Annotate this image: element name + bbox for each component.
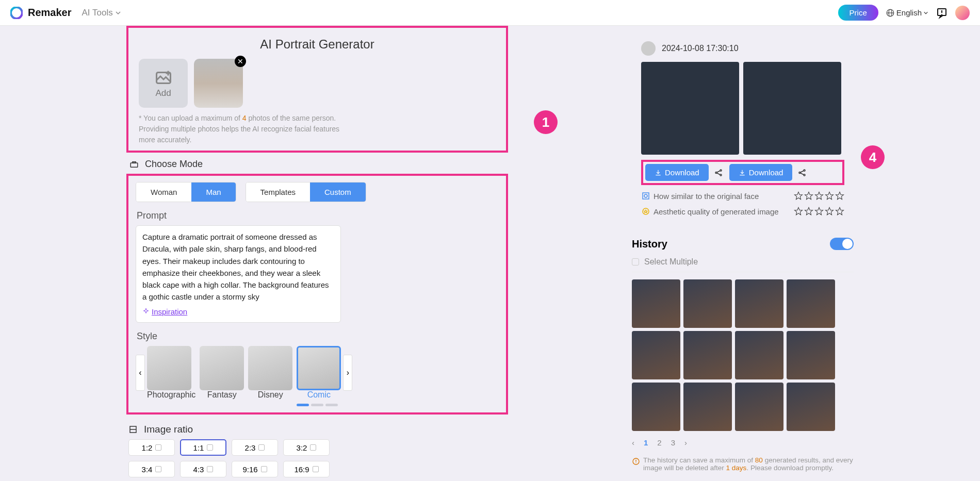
uploaded-photo[interactable]: ✕	[194, 59, 243, 108]
history-item[interactable]	[787, 383, 835, 431]
star-icon	[814, 191, 824, 201]
svg-rect-10	[130, 163, 138, 167]
similar-label: How similar to the original face	[654, 192, 759, 201]
ratio-16-9[interactable]: 16:9	[283, 461, 330, 477]
page-3[interactable]: 3	[671, 438, 675, 447]
generated-image-2[interactable]	[743, 62, 841, 155]
style-disney[interactable]: Disney	[248, 346, 292, 400]
history-toggle[interactable]	[830, 238, 854, 250]
mode-woman[interactable]: Woman	[136, 183, 191, 202]
face-scan-icon	[641, 191, 650, 201]
page-1[interactable]: 1	[644, 438, 648, 447]
star-icon	[835, 207, 844, 216]
ratio-4-3[interactable]: 4:3	[180, 461, 226, 477]
quality-icon	[641, 207, 650, 216]
chevron-down-icon	[923, 10, 928, 15]
mode-man[interactable]: Man	[191, 183, 235, 202]
ai-tools-dropdown[interactable]: AI Tools	[82, 8, 121, 18]
pagination: ‹ 1 2 3 ›	[632, 438, 854, 447]
history-item[interactable]	[632, 383, 680, 431]
language-selector[interactable]: English	[886, 8, 928, 18]
ratio-3-4[interactable]: 3:4	[128, 461, 175, 477]
mode-custom[interactable]: Custom	[310, 183, 366, 202]
settings-section: Woman Man Templates Custom Prompt Captur…	[126, 174, 508, 414]
page-title: AI Portrait Generator	[136, 37, 499, 52]
generated-image-1[interactable]	[641, 62, 739, 155]
star-icon	[794, 207, 803, 216]
svg-point-25	[644, 194, 647, 197]
page-prev[interactable]: ‹	[632, 438, 634, 447]
style-prev-button[interactable]: ‹	[136, 355, 145, 391]
sparkle-icon	[142, 308, 150, 315]
page-2[interactable]: 2	[657, 438, 661, 447]
star-icon	[825, 207, 834, 216]
add-photo-button[interactable]: Add	[139, 59, 188, 108]
add-label: Add	[155, 88, 171, 98]
style-photographic[interactable]: Photographic	[147, 346, 195, 400]
feedback-icon[interactable]	[936, 7, 948, 19]
history-item[interactable]	[787, 331, 835, 379]
style-next-button[interactable]: ›	[343, 355, 352, 391]
star-icon	[804, 191, 813, 201]
share-button-1[interactable]	[712, 166, 725, 179]
history-item[interactable]	[735, 279, 783, 328]
style-label: Style	[137, 331, 499, 342]
page-next[interactable]: ›	[684, 438, 687, 447]
share-button-2[interactable]	[795, 166, 809, 179]
upload-section: AI Portrait Generator Add ✕ * You can up…	[126, 26, 508, 153]
history-item[interactable]	[683, 331, 732, 379]
download-icon	[739, 169, 746, 176]
aesthetic-rating[interactable]	[794, 207, 844, 216]
prompt-text: Capture a dramatic portrait of someone d…	[142, 231, 334, 303]
svg-rect-24	[643, 193, 649, 199]
history-item[interactable]	[632, 331, 680, 379]
history-title: History	[632, 238, 667, 250]
style-fantasy[interactable]: Fantasy	[200, 346, 244, 400]
ratio-icon	[128, 425, 138, 434]
history-note: The history can save a maximum of 80 gen…	[632, 456, 854, 472]
star-icon	[825, 191, 834, 201]
ratio-3-2[interactable]: 3:2	[283, 439, 330, 456]
share-icon	[797, 168, 807, 177]
svg-line-17	[717, 171, 720, 172]
ratio-9-16[interactable]: 9:16	[232, 461, 278, 477]
price-button[interactable]: Price	[838, 5, 878, 21]
ratio-1-2[interactable]: 1:2	[128, 439, 175, 456]
aesthetic-label: Aesthetic quality of generated image	[654, 207, 779, 216]
download-button-1[interactable]: Download	[645, 164, 709, 181]
history-item[interactable]	[632, 279, 680, 328]
svg-point-16	[720, 174, 722, 176]
remove-photo-button[interactable]: ✕	[235, 56, 246, 67]
similarity-rating[interactable]	[794, 191, 844, 201]
svg-line-23	[801, 173, 804, 174]
star-icon	[794, 191, 803, 201]
ratio-1-1[interactable]: 1:1	[180, 439, 226, 456]
result-avatar	[641, 41, 656, 56]
history-item[interactable]	[735, 383, 783, 431]
history-item[interactable]	[787, 279, 835, 328]
briefcase-icon	[129, 160, 139, 169]
history-item[interactable]	[683, 279, 732, 328]
brand[interactable]: Remaker	[10, 7, 72, 19]
add-image-icon	[154, 69, 173, 87]
select-multiple[interactable]: Select Multiple	[632, 257, 854, 272]
prompt-input[interactable]: Capture a dramatic portrait of someone d…	[136, 225, 341, 323]
mode-templates[interactable]: Templates	[246, 183, 310, 202]
ratio-2-3[interactable]: 2:3	[232, 439, 278, 456]
step-badge-4: 4	[861, 145, 885, 169]
image-ratio-header: Image ratio	[128, 424, 508, 435]
style-comic[interactable]: Comic	[297, 346, 341, 400]
svg-rect-11	[133, 161, 136, 162]
star-icon	[835, 191, 844, 201]
choose-mode-header: Choose Mode	[129, 159, 508, 170]
download-button-2[interactable]: Download	[729, 164, 793, 181]
step-badge-1: 1	[534, 110, 558, 134]
history-item[interactable]	[735, 331, 783, 379]
checkbox-icon	[632, 258, 639, 266]
history-grid	[632, 279, 854, 431]
inspiration-link[interactable]: Inspiration	[142, 307, 187, 316]
history-item[interactable]	[683, 383, 732, 431]
svg-line-18	[717, 173, 720, 174]
user-avatar[interactable]	[955, 6, 970, 20]
share-icon	[714, 168, 723, 177]
